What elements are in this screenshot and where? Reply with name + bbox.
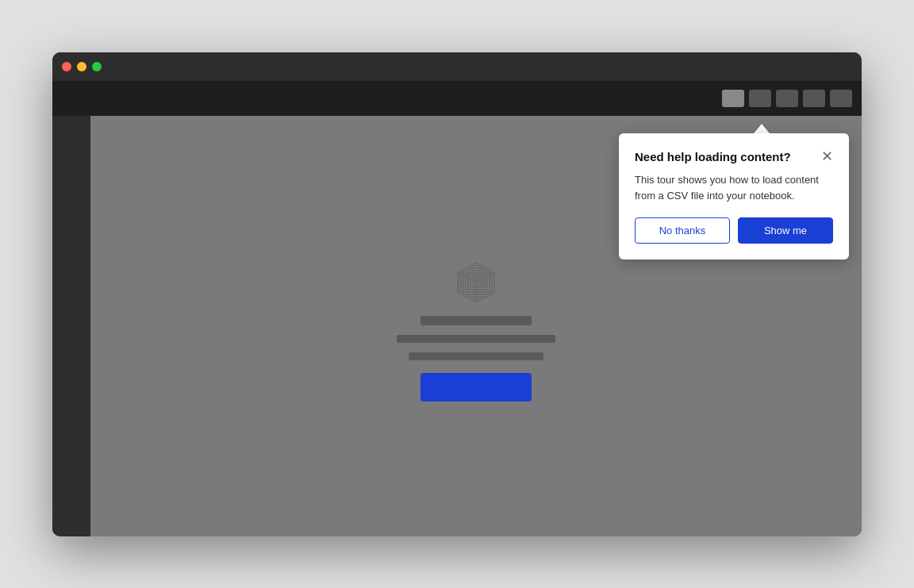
toolbar bbox=[52, 81, 862, 116]
traffic-lights bbox=[62, 62, 102, 71]
toolbar-button-5[interactable] bbox=[830, 90, 852, 107]
empty-state bbox=[397, 251, 555, 402]
placeholder-line-desc1 bbox=[397, 335, 555, 343]
sidebar bbox=[52, 116, 90, 536]
show-me-button[interactable]: Show me bbox=[738, 217, 833, 244]
placeholder-action-button bbox=[421, 373, 532, 402]
toolbar-button-4[interactable] bbox=[803, 90, 825, 107]
placeholder-line-title bbox=[421, 316, 532, 325]
popover: Need help loading content? ✕ This tour s… bbox=[619, 133, 849, 260]
popover-header: Need help loading content? ✕ bbox=[635, 149, 833, 165]
popover-close-button[interactable]: ✕ bbox=[821, 149, 833, 163]
popover-body: This tour shows you how to load content … bbox=[635, 172, 833, 203]
popover-actions: No thanks Show me bbox=[635, 217, 833, 244]
cube-icon bbox=[448, 251, 504, 306]
minimize-traffic-light[interactable] bbox=[77, 62, 86, 71]
main-area: Need help loading content? ✕ This tour s… bbox=[52, 116, 862, 536]
close-traffic-light[interactable] bbox=[62, 62, 71, 71]
titlebar bbox=[52, 52, 862, 81]
placeholder-line-desc2 bbox=[409, 352, 543, 360]
no-thanks-button[interactable]: No thanks bbox=[635, 217, 730, 244]
toolbar-button-1[interactable] bbox=[722, 90, 744, 107]
toolbar-button-2[interactable] bbox=[749, 90, 771, 107]
app-window: Need help loading content? ✕ This tour s… bbox=[52, 52, 862, 536]
popover-title: Need help loading content? bbox=[635, 149, 791, 165]
toolbar-button-3[interactable] bbox=[776, 90, 798, 107]
maximize-traffic-light[interactable] bbox=[92, 62, 102, 71]
